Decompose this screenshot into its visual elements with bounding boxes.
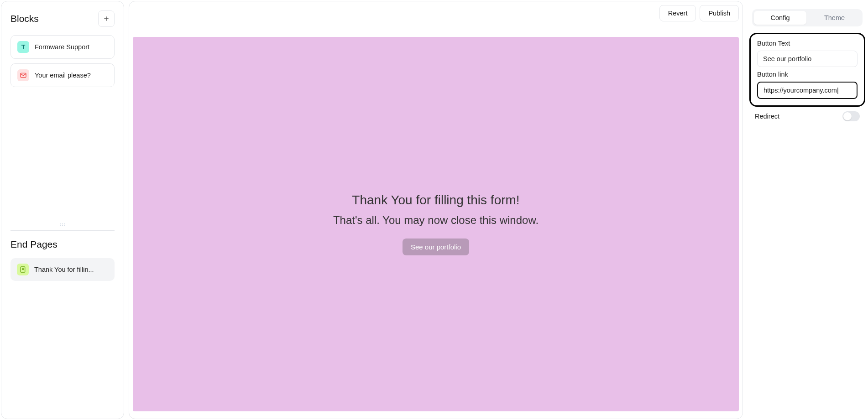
svg-point-1 <box>60 223 61 224</box>
add-block-button[interactable] <box>98 10 115 27</box>
toggle-knob <box>843 112 852 120</box>
blocks-title: Blocks <box>10 13 39 24</box>
canvas-heading: Thank You for filling this form! <box>352 193 519 207</box>
block-item-formware-support[interactable]: T Formware Support <box>10 35 115 59</box>
publish-button[interactable]: Publish <box>700 5 739 21</box>
svg-point-4 <box>60 225 61 226</box>
text-type-icon: T <box>17 41 29 53</box>
svg-point-3 <box>64 223 65 224</box>
tab-theme[interactable]: Theme <box>808 11 861 25</box>
resize-handle[interactable] <box>10 223 115 227</box>
divider <box>10 230 115 231</box>
config-section: Button Text Button link <box>749 33 865 107</box>
button-link-input[interactable] <box>757 82 858 99</box>
tab-switcher: Config Theme <box>752 9 863 26</box>
revert-button[interactable]: Revert <box>659 5 696 21</box>
form-canvas[interactable]: Thank You for filling this form! That's … <box>133 37 739 411</box>
plus-icon <box>103 15 110 22</box>
block-item-email[interactable]: Your email please? <box>10 63 115 87</box>
redirect-toggle[interactable] <box>842 111 860 121</box>
button-link-label: Button link <box>757 71 858 78</box>
canvas-panel: Revert Publish Thank You for filling thi… <box>129 1 743 419</box>
right-panel: Config Theme Button Text Button link Red… <box>748 1 867 419</box>
svg-point-5 <box>62 225 63 226</box>
left-panel: Blocks T Formware Support Your email ple… <box>1 1 124 419</box>
canvas-cta-button[interactable]: See our portfolio <box>403 239 469 255</box>
block-label: Formware Support <box>35 43 89 51</box>
svg-point-2 <box>62 223 63 224</box>
block-label: Your email please? <box>35 72 91 79</box>
button-text-label: Button Text <box>757 40 858 47</box>
redirect-label: Redirect <box>755 113 779 120</box>
tab-config[interactable]: Config <box>754 11 806 25</box>
blocks-header: Blocks <box>10 10 115 27</box>
svg-point-6 <box>64 225 65 226</box>
email-icon <box>17 69 29 81</box>
canvas-wrapper: Thank You for filling this form! That's … <box>133 24 739 415</box>
toolbar: Revert Publish <box>133 5 739 24</box>
page-icon <box>17 264 29 275</box>
button-text-input[interactable] <box>757 51 858 67</box>
end-page-item[interactable]: Thank You for fillin... <box>10 258 115 281</box>
canvas-subheading: That's all. You may now close this windo… <box>333 214 539 227</box>
end-pages-title: End Pages <box>10 239 115 250</box>
redirect-row: Redirect <box>748 107 866 121</box>
end-page-label: Thank You for fillin... <box>34 266 94 273</box>
